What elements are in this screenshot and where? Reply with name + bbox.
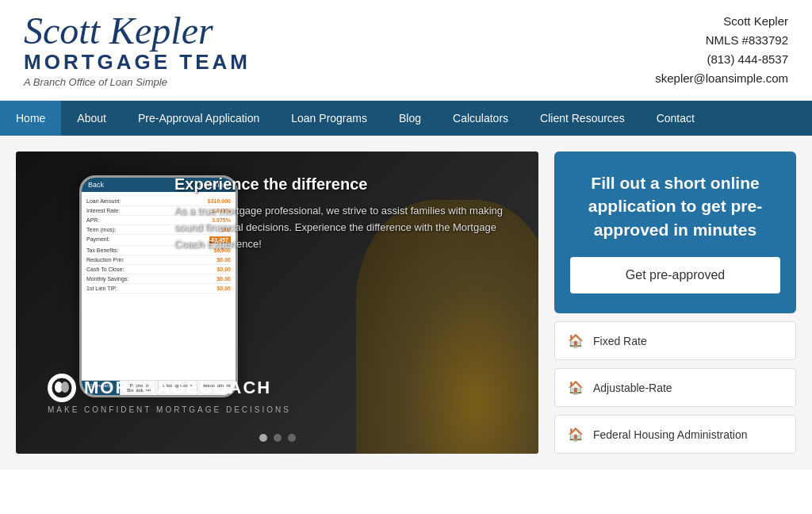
logo-sub: A Branch Office of Loan Simple xyxy=(24,76,167,88)
right-sidebar: Fill out a short online application to g… xyxy=(554,152,796,454)
phone-row: Cash To Close:$0.00 xyxy=(86,265,231,274)
contact-phone: (813) 444-8537 xyxy=(655,50,788,69)
loan-item-fixed-rate[interactable]: 🏠 Fixed Rate xyxy=(554,321,796,360)
mc-logo: MORTGAGECOACH xyxy=(48,374,271,402)
contact-nmls: NMLS #833792 xyxy=(655,31,788,50)
loan-item-fha[interactable]: 🏠 Federal Housing Administration xyxy=(554,415,796,454)
contact-name: Scott Kepler xyxy=(655,12,788,31)
hero-slider: Back Summary Loan Amount:$310,000 Intere… xyxy=(16,152,538,454)
mc-brand-text: MORTGAGECOACH xyxy=(84,378,271,398)
mc-svg-icon xyxy=(51,377,73,399)
mc-icon xyxy=(48,374,76,402)
loan-item-adjustable-rate[interactable]: 🏠 Adjustable-Rate xyxy=(554,368,796,407)
slider-body: As a true mortgage professional, we stri… xyxy=(174,203,523,252)
nav-item-blog[interactable]: Blog xyxy=(383,101,437,136)
phone-back: Back xyxy=(88,181,104,189)
get-preapproved-button[interactable]: Get pre-approved xyxy=(570,257,780,293)
main-nav: Home About Pre-Approval Application Loan… xyxy=(0,101,812,136)
loan-item-label-adjustable: Adjustable-Rate xyxy=(593,382,672,394)
logo-script: Scott Kepler xyxy=(24,12,213,50)
nav-item-calculators[interactable]: Calculators xyxy=(437,101,524,136)
nav-item-contact[interactable]: Contact xyxy=(641,101,710,136)
mc-logo-area: MORTGAGECOACH MAKE CONFIDENT MORTGAGE DE… xyxy=(32,366,538,422)
contact-email: skepler@loansimple.com xyxy=(655,69,788,88)
logo-mortgage: MORTGAGE TEAM xyxy=(24,50,251,75)
svg-point-2 xyxy=(61,382,69,393)
main-content: Back Summary Loan Amount:$310,000 Intere… xyxy=(0,136,812,470)
nav-item-about[interactable]: About xyxy=(61,101,122,136)
nav-item-clientresources[interactable]: Client Resources xyxy=(524,101,641,136)
slider-text: Experience the difference As a true mort… xyxy=(174,175,523,252)
slider-heading: Experience the difference xyxy=(174,175,523,194)
nav-item-home[interactable]: Home xyxy=(0,101,61,136)
loan-item-label-fixed: Fixed Rate xyxy=(593,335,647,347)
phone-row: Monthly Savings:$0.00 xyxy=(86,274,231,284)
site-header: Scott Kepler MORTGAGE TEAM A Branch Offi… xyxy=(0,0,812,101)
slider-dot-2[interactable] xyxy=(274,434,282,442)
phone-row: 1st Lien TIP:$0.00 xyxy=(86,284,231,293)
mc-tagline: MAKE CONFIDENT MORTGAGE DECISIONS xyxy=(48,405,291,414)
preapproval-box: Fill out a short online application to g… xyxy=(554,152,796,313)
slider-dots xyxy=(259,434,296,442)
slider-dot-1[interactable] xyxy=(259,434,267,442)
preapproval-heading: Fill out a short online application to g… xyxy=(570,171,780,241)
nav-item-loanprograms[interactable]: Loan Programs xyxy=(275,101,383,136)
logo-area: Scott Kepler MORTGAGE TEAM A Branch Offi… xyxy=(24,12,251,88)
home-icon-adjustable: 🏠 xyxy=(568,380,584,395)
home-icon-fha: 🏠 xyxy=(568,427,584,442)
contact-info: Scott Kepler NMLS #833792 (813) 444-8537… xyxy=(655,12,788,88)
home-icon-fixed: 🏠 xyxy=(568,333,584,348)
slider-dot-3[interactable] xyxy=(288,434,296,442)
nav-item-preapproval[interactable]: Pre-Approval Application xyxy=(122,101,275,136)
phone-row: Reduction Prin:$0.00 xyxy=(86,255,231,265)
loan-item-label-fha: Federal Housing Administration xyxy=(593,428,748,441)
